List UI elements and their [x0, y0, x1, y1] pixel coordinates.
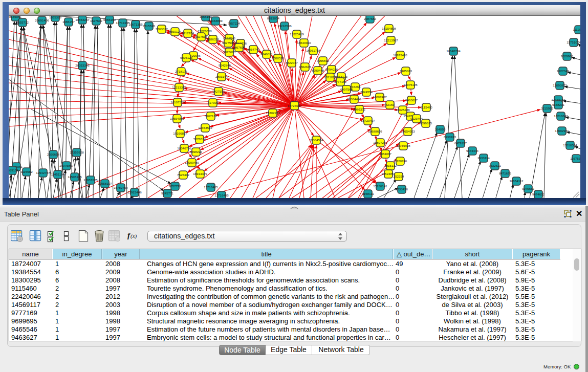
- svg-text:9227349: 9227349: [557, 69, 570, 73]
- svg-text:19654985: 19654985: [170, 117, 184, 120]
- svg-text:19218506: 19218506: [277, 24, 292, 28]
- svg-text:5878334: 5878334: [193, 137, 206, 141]
- svg-text:16210643: 16210643: [554, 114, 568, 118]
- svg-text:9329966: 9329966: [561, 54, 574, 58]
- svg-text:(x): (x): [130, 233, 137, 239]
- svg-text:10807487: 10807487: [373, 95, 387, 99]
- svg-text:9245771: 9245771: [161, 191, 174, 195]
- svg-text:252254: 252254: [394, 174, 404, 178]
- svg-text:9699695: 9699695: [420, 121, 432, 125]
- svg-text:3267130: 3267130: [205, 114, 217, 118]
- svg-text:7485063: 7485063: [400, 69, 412, 73]
- svg-text:18807249: 18807249: [373, 141, 387, 144]
- svg-text:17359928: 17359928: [70, 150, 84, 154]
- svg-text:1167534: 1167534: [570, 157, 580, 160]
- svg-text:9327508: 9327508: [222, 41, 235, 45]
- svg-text:10688609: 10688609: [368, 129, 382, 133]
- svg-text:19166827: 19166827: [173, 132, 187, 135]
- svg-text:20053346: 20053346: [75, 63, 90, 67]
- svg-text:7632621: 7632621: [489, 164, 502, 167]
- svg-text:12923446: 12923446: [127, 190, 142, 194]
- svg-text:10654112: 10654112: [509, 179, 524, 183]
- svg-text:9794028: 9794028: [325, 68, 338, 71]
- svg-text:8938923: 8938923: [444, 135, 456, 139]
- svg-text:17016504: 17016504: [563, 143, 577, 147]
- svg-text:7515526: 7515526: [143, 24, 156, 28]
- svg-text:16107553: 16107553: [170, 100, 185, 104]
- svg-text:16099489: 16099489: [185, 161, 199, 164]
- svg-text:10756928: 10756928: [396, 144, 410, 147]
- svg-text:7986372: 7986372: [353, 107, 366, 111]
- svg-text:3215955: 3215955: [541, 106, 554, 110]
- svg-text:12505135: 12505135: [68, 175, 82, 179]
- svg-text:16782759: 16782759: [114, 186, 128, 189]
- svg-text:16033809: 16033809: [208, 19, 223, 23]
- svg-text:9463627: 9463627: [405, 98, 418, 102]
- svg-text:15751074: 15751074: [567, 40, 580, 44]
- svg-text:7955812: 7955812: [317, 59, 330, 62]
- svg-text:1621022: 1621022: [324, 75, 337, 79]
- svg-text:10553267: 10553267: [75, 18, 90, 21]
- svg-text:13716485: 13716485: [214, 193, 229, 197]
- svg-text:417006: 417006: [208, 101, 219, 104]
- svg-text:10958107: 10958107: [98, 182, 112, 185]
- svg-text:10046766: 10046766: [177, 146, 191, 150]
- svg-text:13692971: 13692971: [555, 129, 569, 133]
- svg-text:11451194: 11451194: [51, 172, 65, 176]
- svg-text:8990448: 8990448: [312, 69, 324, 72]
- svg-text:2087682: 2087682: [364, 17, 377, 20]
- svg-text:20364436: 20364436: [347, 97, 361, 101]
- svg-text:9146821: 9146821: [260, 52, 273, 56]
- svg-text:17957225: 17957225: [83, 178, 98, 182]
- svg-text:8471676: 8471676: [499, 171, 512, 175]
- svg-text:7663822: 7663822: [156, 27, 168, 31]
- svg-text:16154808: 16154808: [382, 27, 396, 30]
- svg-text:1686157: 1686157: [62, 20, 75, 24]
- svg-text:1815132: 1815132: [384, 164, 397, 167]
- svg-text:12093873: 12093873: [553, 83, 567, 87]
- svg-text:20975867: 20975867: [59, 164, 74, 167]
- svg-text:10973493: 10973493: [393, 53, 407, 57]
- svg-text:15716485: 15716485: [204, 185, 218, 189]
- svg-text:12213967: 12213967: [384, 38, 398, 42]
- svg-text:1115682: 1115682: [20, 170, 33, 173]
- svg-text:1588520: 1588520: [272, 56, 285, 60]
- svg-text:164095: 164095: [435, 127, 446, 131]
- svg-text:3875685: 3875685: [223, 50, 236, 54]
- svg-text:7857224: 7857224: [228, 21, 241, 25]
- svg-text:1939154: 1939154: [9, 168, 19, 172]
- svg-text:2803144: 2803144: [215, 75, 228, 78]
- svg-text:9427552: 9427552: [212, 90, 225, 93]
- svg-text:2867608: 2867608: [233, 46, 246, 49]
- svg-text:9123464: 9123464: [410, 117, 423, 120]
- svg-text:15720407: 15720407: [361, 119, 375, 122]
- svg-text:7625402: 7625402: [177, 173, 190, 177]
- svg-text:1112503: 1112503: [573, 28, 580, 31]
- svg-text:8322037: 8322037: [286, 61, 298, 64]
- svg-text:1055328: 1055328: [49, 16, 62, 19]
- svg-text:18724007: 18724007: [288, 104, 302, 107]
- svg-text:9474444: 9474444: [466, 149, 479, 152]
- svg-text:9242845: 9242845: [219, 63, 231, 67]
- svg-text:6497568: 6497568: [340, 87, 353, 91]
- svg-text:9777169: 9777169: [334, 80, 347, 83]
- svg-text:10671355: 10671355: [128, 23, 143, 26]
- svg-text:16961758: 16961758: [306, 49, 320, 52]
- svg-text:9245652: 9245652: [522, 187, 535, 190]
- svg-text:15136141: 15136141: [373, 184, 387, 188]
- svg-text:6466160: 6466160: [103, 18, 116, 21]
- svg-text:16914479: 16914479: [193, 172, 207, 176]
- svg-text:2933114: 2933114: [477, 156, 490, 160]
- svg-text:13353594: 13353594: [198, 126, 212, 129]
- svg-text:18640910: 18640910: [297, 41, 311, 45]
- svg-text:8186328: 8186328: [207, 37, 220, 41]
- svg-text:2718176: 2718176: [175, 70, 188, 73]
- svg-text:4055712: 4055712: [16, 20, 29, 24]
- svg-text:13325419: 13325419: [290, 32, 304, 36]
- svg-text:3824554: 3824554: [360, 90, 373, 94]
- svg-text:6479197: 6479197: [454, 141, 467, 145]
- svg-text:1733426: 1733426: [396, 187, 408, 191]
- svg-text:9498222: 9498222: [190, 150, 203, 154]
- svg-text:9327506: 9327506: [195, 35, 208, 38]
- svg-text:8813054: 8813054: [267, 16, 280, 20]
